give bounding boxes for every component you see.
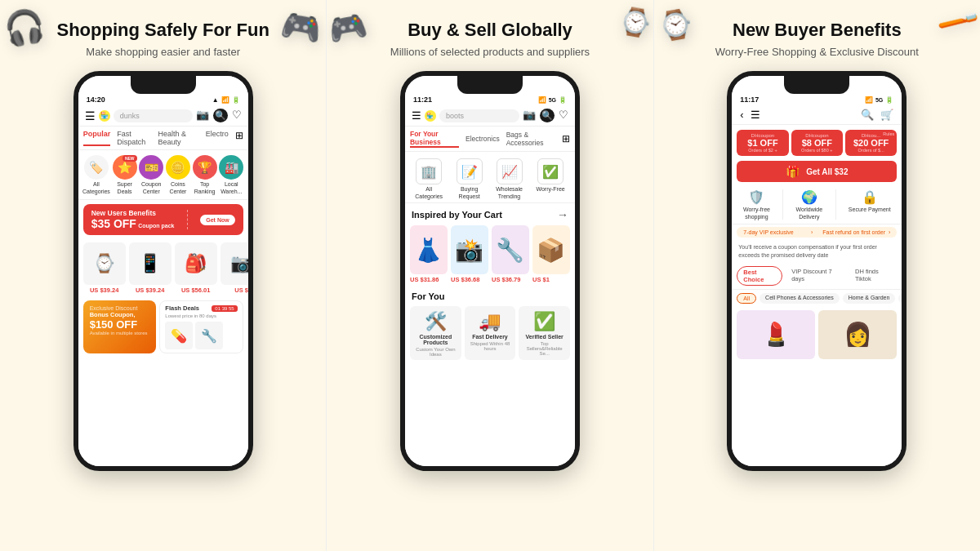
topbar-right: 🔍 🛒 <box>861 109 893 121</box>
phone2-time: 11:21 <box>413 96 432 104</box>
icon-wholesale[interactable]: 📈 Wholesale Trending <box>496 158 523 199</box>
tab-health[interactable]: Health & Beauty <box>158 130 199 146</box>
phone3-filters: All Cell Phones & Accessories Home & Gar… <box>732 290 902 307</box>
product-phone[interactable]: 📱 US $39.24 <box>129 242 172 294</box>
coupon-1[interactable]: DHcoupon $1 OFF Orders of $2 + <box>737 130 788 156</box>
grid2-icon[interactable]: ⊞ <box>562 133 570 144</box>
hamburger2-icon[interactable]: ☰ <box>412 109 421 122</box>
product-watch[interactable]: ⌚ US $39.24 <box>83 242 126 294</box>
phone1-screen: 14:20 ▲ 📶 🔋 ☰ 🏪 dunks 📷 🔍 ♡ <box>78 76 248 466</box>
coupon3-condition: Orders of $... <box>849 148 893 153</box>
phone1-banner: New Users Benefits $35 OFF Coupon pack G… <box>83 204 243 235</box>
phone-1: 14:20 ▲ 📶 🔋 ☰ 🏪 dunks 📷 🔍 ♡ <box>74 71 253 471</box>
banner-cta-button[interactable]: Get Now <box>200 215 234 225</box>
icon-buying-request[interactable]: 📝 Buying Request <box>457 158 483 199</box>
icon-top-ranking[interactable]: 🏆 Top Ranking <box>193 155 217 194</box>
worldwide-icon: 🌍 <box>801 189 817 205</box>
phone1-search-input[interactable]: dunks <box>114 109 193 122</box>
store2-icon: 🏪 <box>425 110 436 122</box>
deco-bracelet-icon: ⌚ <box>656 6 695 44</box>
deco-smartwatch-icon: ⌚ <box>617 4 654 40</box>
icon-super-deals[interactable]: ⭐ NEW Super Deals <box>113 155 137 194</box>
grid-icon[interactable]: ⊞ <box>235 130 243 146</box>
icon-coins[interactable]: 🪙 Coins Center <box>166 155 190 194</box>
flash-item-2[interactable]: 🔧 <box>195 322 223 349</box>
get-all-button[interactable]: 🎁 Get All $32 <box>737 161 897 182</box>
delivery-label: Fast Delivery <box>472 334 508 340</box>
phone3-status-icons: 📶 5G 🔋 <box>865 96 893 104</box>
phone1-tabs: Popular Fast Dispatch Health & Beauty El… <box>78 127 248 150</box>
feature-worldwide: 🌍 Worldwide Delivery <box>796 189 823 220</box>
flash-item-1[interactable]: 💊 <box>165 322 193 349</box>
filter-home[interactable]: Home & Garden <box>843 293 896 304</box>
product-camera[interactable]: 📷 US $ <box>220 242 248 294</box>
tab-electronics[interactable]: Electro <box>206 130 229 146</box>
icon-local-warehouse[interactable]: 🏭 Local Wareh... <box>219 155 243 194</box>
cart-product-dress[interactable]: 👗 US $31.86 <box>410 225 448 283</box>
cart-product-tool[interactable]: 🔧 US $36.79 <box>492 225 529 283</box>
coupon-2[interactable]: DHcoupon $8 OFF Orders of $80 + <box>791 130 843 156</box>
heart2-icon[interactable]: ♡ <box>559 109 568 122</box>
icon-coupon[interactable]: 🎫 Coupon Center <box>139 155 163 194</box>
hamburger-icon[interactable]: ☰ <box>85 109 96 122</box>
cart-product-camera[interactable]: 📸 US $36.68 <box>451 225 488 283</box>
tab-dh-tiktok[interactable]: DH finds Tiktok <box>851 266 897 286</box>
for-you-customized[interactable]: 🛠️ Customized Products Custom Your Own I… <box>410 306 461 360</box>
camera2-icon[interactable]: 📷 <box>523 109 536 122</box>
deco-toothbrush-icon: 🪥 <box>936 0 980 43</box>
heart-icon[interactable]: ♡ <box>232 109 242 122</box>
inspired-arrow-icon[interactable]: → <box>557 208 568 221</box>
product-bag[interactable]: 🎒 US $56.01 <box>175 242 217 294</box>
search3-icon[interactable]: 🔍 <box>861 109 874 121</box>
vip-arrow-icon: › <box>811 229 813 235</box>
phone1-time: 14:20 <box>87 96 105 104</box>
phone3-notch <box>784 76 849 94</box>
tab-for-your-business[interactable]: For Your Business <box>410 130 459 148</box>
phone3-tabs: Best Choice VIP Discount 7 days DH finds… <box>732 263 902 290</box>
flash-items: 💊 🔧 <box>165 322 237 349</box>
cart-icon[interactable]: 🛒 <box>880 109 893 121</box>
tab-fast-dispatch[interactable]: Fast Dispatch <box>117 130 151 146</box>
exclusive-sub: Available in multiple stores <box>90 331 150 335</box>
phone3-coupons: DHcoupon $1 OFF Orders of $2 + DHcoupon … <box>732 125 902 159</box>
panel-3: ⌚ 🪥 New Buyer Benefits Worry-Free Shoppi… <box>654 0 980 551</box>
customized-label: Customized Products <box>413 334 458 345</box>
for-you-verified[interactable]: ✅ Verified Seller Top Sellers&Reliable S… <box>519 306 570 360</box>
back-icon[interactable]: ‹ <box>740 109 743 121</box>
filter-phones[interactable]: Cell Phones & Accessories <box>760 293 840 304</box>
search-icon[interactable]: 🔍 <box>213 109 228 122</box>
panel2-subtitle: Millions of selected products and suppli… <box>390 46 590 58</box>
icon-all-categories-b2b[interactable]: 🏢 All Categories <box>415 158 443 199</box>
cart-product-extra[interactable]: 📦 US $1 <box>532 225 570 283</box>
phone1-statusbar: 14:20 ▲ 📶 🔋 <box>78 92 248 105</box>
exclusive-title: Bonus Coupon, <box>90 311 150 318</box>
tab-vip-discount[interactable]: VIP Discount 7 days <box>787 266 846 286</box>
coupon-3[interactable]: DHcou... $20 OFF Orders of $... Rules <box>845 130 897 156</box>
filter-more[interactable]: E <box>898 293 902 304</box>
delivery-icon: 🚚 <box>479 311 501 332</box>
search2-icon[interactable]: 🔍 <box>540 109 555 122</box>
phone2-status-icons: 📶 5G 🔋 <box>538 96 567 104</box>
icon-all-categories[interactable]: 🏷️ All Categories <box>82 155 110 194</box>
product-hair[interactable]: 👩 <box>818 310 897 359</box>
tab-electronics[interactable]: Electronics <box>466 135 500 143</box>
flash-deals-title: Flash Deals <box>165 304 199 312</box>
menu3-icon[interactable]: ☰ <box>751 109 760 121</box>
vip-label: 7-day VIP exclusive <box>743 229 793 235</box>
phone2-search-icons: 📷 🔍 ♡ <box>523 109 568 122</box>
phone2-search-input[interactable]: boots <box>439 109 519 122</box>
feature-worry-free: 🛡️ Worry-free shopping <box>743 189 770 220</box>
for-you-fast-delivery[interactable]: 🚚 Fast Delivery Shipped Within 48 hours <box>465 306 516 360</box>
filter-all[interactable]: All <box>737 293 756 304</box>
vip-strip[interactable]: 7-day VIP exclusive › Fast refund on fir… <box>737 227 897 238</box>
phone2-cart-products: 👗 US $31.86 📸 US $36.68 🔧 US $36.79 📦 US… <box>405 224 575 288</box>
tab-best-choice[interactable]: Best Choice <box>737 266 782 286</box>
tab-popular[interactable]: Popular <box>83 130 111 146</box>
product-lashes[interactable]: 💄 <box>737 310 815 359</box>
icon-worry-free[interactable]: ✅ Worry-Free <box>536 158 564 199</box>
worry-free-icon: 🛡️ <box>748 189 764 205</box>
store-icon: 🏪 <box>99 110 110 122</box>
banner-title: New Users Benefits <box>91 209 175 217</box>
tab-bags[interactable]: Bags & Accessories <box>506 131 555 147</box>
camera-icon[interactable]: 📷 <box>196 109 209 122</box>
